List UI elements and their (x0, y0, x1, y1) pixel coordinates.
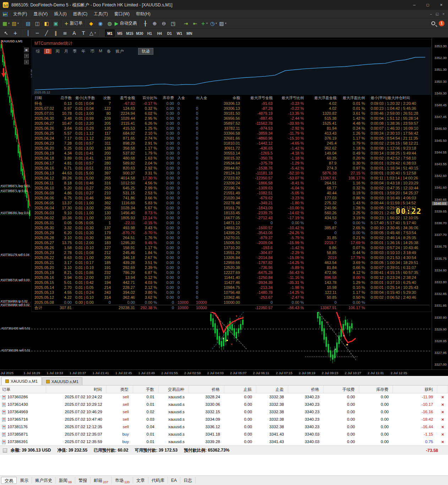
stats-header[interactable]: 最大浮盈金额 (307, 96, 340, 100)
tab-mailbox[interactable]: 邮箱207 (91, 477, 112, 484)
close-order-button[interactable]: × (441, 409, 444, 415)
new-order-button[interactable]: +新订单 (64, 20, 83, 27)
zoom-out-icon[interactable]: ⊖ (160, 20, 168, 27)
menu-help[interactable]: 帮助(H) (133, 10, 154, 18)
tile-windows-icon[interactable]: ◳ (169, 20, 177, 27)
child-restore-icon[interactable]: ◱ (436, 12, 439, 16)
orders-header-col[interactable]: 止损 (224, 386, 256, 393)
timeframe-m30[interactable]: M30 (135, 29, 144, 37)
indicators-icon[interactable]: +▾ (200, 20, 209, 27)
stats-header[interactable]: 最大浮亏金额 (244, 96, 276, 100)
close-order-button[interactable]: × (441, 424, 444, 430)
menu-file[interactable]: 文件(F) (10, 10, 30, 18)
stats-tab-币[interactable]: 币 (89, 49, 95, 54)
time-scale[interactable]: Jul 20251 Jul 18:291 Jul 19:331 Jul 20:3… (0, 370, 448, 376)
order-row[interactable]: 1073863912025.07.02 12:35:59buy0.01xauus… (0, 438, 448, 446)
tab-experts[interactable]: EA (168, 477, 180, 484)
stats-tab-综[interactable]: 综 (35, 49, 41, 54)
stats-tab-M[interactable]: M (98, 49, 103, 54)
minimize-button[interactable]: – (408, 0, 421, 10)
stats-header[interactable]: 次数 (102, 96, 114, 100)
orders-header-col[interactable]: 获利 (393, 386, 437, 393)
hline-icon[interactable]: ─ (33, 29, 42, 37)
timeframe-m1[interactable]: M1 (105, 29, 115, 37)
orders-header-col[interactable]: 止盈 (256, 386, 288, 393)
timeframe-m5[interactable]: M5 (115, 29, 125, 37)
close-order-button[interactable]: × (441, 394, 444, 400)
orders-header-col[interactable]: 价格 (288, 386, 324, 393)
stats-header[interactable]: 最小|平均|最大持仓时间 (368, 96, 430, 100)
shapes-icon[interactable]: △▾ (88, 29, 97, 37)
crosshair-tool-icon[interactable]: + (11, 29, 20, 37)
child-close-icon[interactable]: × (442, 12, 444, 16)
panel-close-icon[interactable]: × (24, 60, 29, 64)
child-minimize-icon[interactable]: – (430, 12, 432, 16)
auto-scroll-icon[interactable]: ⇥ (182, 20, 190, 27)
profiles-icon[interactable]: ▧▾ (11, 20, 20, 27)
tab-exposure[interactable]: 展示 (17, 477, 32, 484)
orders-header-col[interactable]: 手续费 (324, 386, 359, 393)
channel-icon[interactable]: ∥ (51, 29, 60, 37)
orders-header-col[interactable]: 订单 (0, 386, 46, 393)
chart-tab[interactable]: XAUUSD.s,M1 (42, 377, 82, 385)
menu-charts[interactable]: 图表(C) (70, 10, 91, 18)
stats-header[interactable]: 入金 (177, 96, 196, 100)
panel-dock-icon[interactable]: ▣ (24, 48, 29, 52)
stats-header[interactable]: 出入金 (196, 96, 217, 100)
tab-trade[interactable]: 交易 (1, 477, 17, 484)
tab-code-base[interactable]: 代码库 (148, 477, 168, 484)
stats-header[interactable]: 余额 (217, 96, 244, 100)
tab-articles[interactable]: 文章 (133, 477, 148, 484)
metaeditor-icon[interactable]: ◆ (87, 20, 95, 27)
menu-tools[interactable]: 工具(T) (91, 10, 111, 18)
price-scale[interactable]: 3353.303352.303351.303350.303349.303348.… (432, 38, 448, 370)
order-row[interactable]: 1073602862025.07.02 10:24:22sell0.01xauu… (0, 393, 448, 401)
stats-tab-备[interactable]: 备 (106, 49, 112, 54)
templates-icon[interactable]: ▨▾ (219, 20, 227, 27)
stats-header[interactable]: 日期 (34, 96, 59, 100)
close-order-button[interactable]: × (441, 402, 444, 407)
stats-header[interactable]: 库存费 (160, 96, 177, 100)
orders-header-col[interactable]: 手数 (133, 386, 159, 393)
navigator-icon[interactable]: ◧ (42, 20, 51, 27)
stats-header[interactable]: 最小|大手数 (75, 96, 102, 100)
zoom-in-icon[interactable]: ⊕ (151, 20, 159, 27)
stats-header[interactable]: 最大浮亏比例 (276, 96, 307, 100)
timeframe-h1[interactable]: H1 (145, 29, 154, 37)
chart-tab[interactable]: XAUUSD.s,M1 (1, 377, 42, 385)
stats-header[interactable]: 盈亏金额 (114, 96, 138, 100)
fibonacci-icon[interactable]: ≡ (61, 29, 69, 37)
stats-tab-月[interactable]: 月 (64, 49, 69, 54)
maximize-button[interactable]: □ (421, 0, 435, 10)
search-icon[interactable] (431, 21, 435, 25)
orders-header-col[interactable]: 库存费 (359, 386, 393, 393)
order-row[interactable]: 1073858712025.07.02 12:35:07buy0.01xauus… (0, 431, 448, 438)
orders-header-col[interactable]: 价格 (189, 386, 224, 393)
stats-tab-季[interactable]: 季 (72, 49, 78, 54)
arrows-icon[interactable]: T (79, 29, 88, 37)
orders-header-col[interactable]: 时间 (46, 386, 106, 393)
tab-news[interactable]: 新闻99 (56, 477, 75, 484)
panel-help-icon[interactable]: ? (24, 54, 29, 58)
tab-account-history[interactable]: 账户历史 (32, 477, 56, 484)
data-window-icon[interactable]: ◫ (33, 20, 42, 27)
stats-tab-年[interactable]: 年 (81, 49, 87, 54)
close-order-button[interactable]: × (441, 417, 444, 422)
menu-window[interactable]: 窗口(W) (111, 10, 133, 18)
order-row[interactable]: 1073649692025.07.02 10:46:29sell0.02xauu… (0, 408, 448, 416)
toolbox-icon[interactable]: ▣ (51, 20, 60, 27)
stats-header[interactable]: 最大浮盈比例 (340, 96, 368, 100)
tab-journal[interactable]: 日志 (180, 477, 196, 484)
autotrading-button[interactable]: ▶自动交易 (115, 20, 137, 27)
crosshair-icon[interactable]: ╂ (141, 20, 150, 27)
menu-view[interactable]: 显示(V) (30, 10, 51, 18)
market-watch-icon[interactable]: ▤ (24, 20, 32, 27)
chart-area[interactable]: ××▾▾×××▾ XAUUSD.s,M1 ▣ ? × #107385871 bu… (0, 38, 448, 376)
stats-tab-账户[interactable]: 账户 (115, 49, 125, 54)
close-order-button[interactable]: × (441, 439, 444, 444)
menu-insert[interactable]: 插入(I) (51, 10, 70, 18)
timeframe-d1[interactable]: D1 (165, 29, 174, 37)
orders-header-col[interactable]: 交易品种 (159, 386, 189, 393)
periods-icon[interactable]: ◷▾ (209, 20, 218, 27)
tab-alerts[interactable]: 警报 (75, 477, 91, 484)
